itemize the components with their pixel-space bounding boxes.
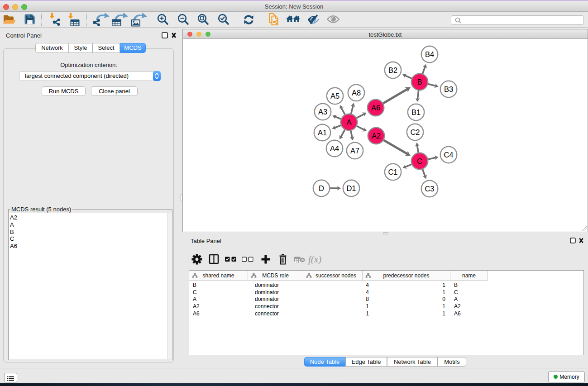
svg-text:B1: B1 — [411, 108, 421, 116]
svg-text:B: B — [417, 78, 422, 86]
svg-text:f(x): f(x) — [308, 254, 321, 265]
svg-text:B2: B2 — [388, 66, 397, 74]
svg-text:A8: A8 — [352, 89, 361, 97]
svg-text:B3: B3 — [444, 85, 453, 93]
svg-text:A1: A1 — [318, 129, 327, 137]
svg-text:D: D — [319, 184, 324, 192]
svg-text:A7: A7 — [350, 147, 359, 155]
svg-text:C4: C4 — [444, 151, 453, 159]
svg-text:A4: A4 — [330, 144, 339, 152]
svg-text:A3: A3 — [318, 108, 327, 116]
svg-text:A: A — [346, 118, 351, 126]
svg-text:C3: C3 — [425, 185, 434, 193]
svg-text:C1: C1 — [388, 168, 397, 176]
svg-text:A2: A2 — [372, 132, 381, 140]
svg-text:A6: A6 — [371, 104, 380, 112]
svg-text:C: C — [417, 157, 422, 165]
svg-text:A5: A5 — [330, 92, 339, 100]
svg-text:B4: B4 — [425, 50, 434, 58]
svg-text:D1: D1 — [346, 184, 356, 192]
svg-text:C2: C2 — [410, 128, 420, 136]
